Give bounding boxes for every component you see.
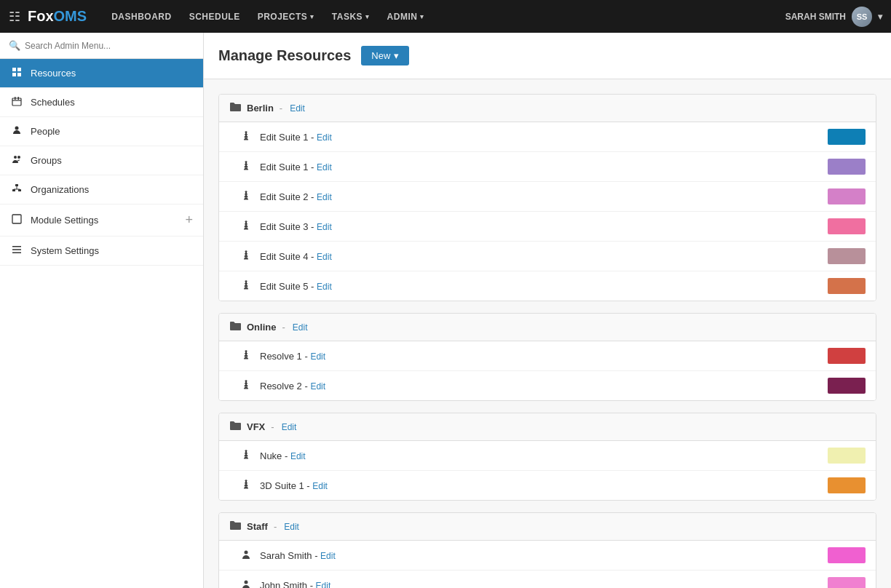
svg-point-91	[245, 580, 248, 584]
svg-rect-62	[244, 358, 248, 359]
svg-rect-20	[244, 139, 248, 140]
resource-item-es3: Edit Suite 3 - Edit	[219, 212, 876, 242]
resource-chess-icon	[241, 191, 254, 203]
resource-group-berlin: Berlin - EditEdit Suite 1 - EditEdit Sui…	[218, 94, 876, 301]
group-edit-link-online[interactable]: Edit	[293, 322, 308, 333]
resource-name: Edit Suite 2 - Edit	[260, 191, 822, 202]
resource-edit-link-nuke[interactable]: Edit	[290, 451, 306, 461]
resource-color-swatch	[828, 188, 866, 204]
svg-rect-6	[18, 97, 20, 100]
person-icon	[241, 549, 254, 562]
hamburger-icon[interactable]: ☷	[9, 9, 20, 25]
group-header-vfx: VFX - Edit	[219, 413, 876, 441]
top-nav: ☷ FoxOMS DASHBOARD SCHEDULE PROJECTS ▾ T…	[0, 0, 891, 33]
svg-point-26	[245, 131, 248, 132]
resource-name: Resolve 1 - Edit	[260, 351, 822, 362]
resource-chess-icon	[241, 380, 254, 392]
resource-edit-link-js[interactable]: Edit	[316, 581, 331, 589]
resource-item-nuke: Nuke - Edit	[219, 441, 876, 471]
resource-edit-link-ss[interactable]: Edit	[320, 551, 336, 561]
folder-icon	[229, 321, 241, 333]
group-name: VFX	[247, 421, 265, 432]
svg-rect-84	[245, 486, 248, 488]
sidebar-item-people[interactable]: People	[0, 117, 203, 146]
resource-color-swatch	[828, 159, 866, 175]
nav-dashboard[interactable]: DASHBOARD	[104, 7, 179, 26]
sidebar-item-groups-label: Groups	[31, 155, 193, 166]
sidebar-item-resources[interactable]: Resources	[0, 59, 203, 88]
schedules-icon	[10, 96, 23, 108]
svg-point-82	[245, 450, 248, 451]
search-input[interactable]	[25, 41, 194, 51]
resource-color-swatch	[828, 378, 866, 394]
group-edit-link-vfx[interactable]: Edit	[282, 422, 297, 432]
svg-rect-70	[245, 386, 248, 388]
group-header-berlin: Berlin - Edit	[219, 95, 876, 122]
page-header: Manage Resources New ▾	[204, 33, 891, 79]
resource-name: Edit Suite 5 - Edit	[260, 281, 822, 292]
resources-icon	[10, 67, 23, 79]
sidebar-item-groups[interactable]: Groups	[0, 146, 203, 175]
avatar-image: SS	[852, 7, 872, 27]
svg-rect-19	[12, 253, 21, 254]
resource-color-swatch	[828, 477, 866, 493]
resource-edit-link-es3[interactable]: Edit	[317, 222, 332, 232]
resource-color-swatch	[828, 547, 866, 563]
svg-rect-44	[245, 224, 247, 227]
svg-rect-1	[17, 68, 21, 71]
nav-projects[interactable]: PROJECTS ▾	[250, 7, 322, 26]
sidebar: 🔍 Resources Schedules People Gro	[0, 33, 204, 588]
resource-name: Edit Suite 3 - Edit	[260, 221, 822, 232]
new-button-label: New	[371, 50, 390, 61]
user-area[interactable]: SARAH SMITH SS ▾	[785, 7, 882, 27]
svg-point-90	[245, 550, 248, 554]
group-header-online: Online - Edit	[219, 314, 876, 341]
sidebar-item-organizations[interactable]: Organizations	[0, 175, 203, 204]
sidebar-item-schedules[interactable]: Schedules	[0, 88, 203, 117]
resource-edit-link-es1b[interactable]: Edit	[317, 162, 332, 172]
svg-rect-30	[245, 164, 247, 167]
svg-point-61	[245, 280, 248, 282]
svg-rect-79	[245, 453, 247, 456]
svg-rect-0	[12, 68, 16, 71]
svg-rect-37	[245, 194, 247, 197]
search-icon: 🔍	[9, 40, 20, 51]
module-settings-icon	[10, 214, 23, 226]
nav-tasks[interactable]: TASKS ▾	[325, 7, 377, 26]
resource-edit-link-es5[interactable]: Edit	[317, 282, 332, 292]
sidebar-item-resources-label: Resources	[31, 68, 193, 79]
sidebar-item-system-settings[interactable]: System Settings	[0, 237, 203, 266]
resource-edit-link-es4[interactable]: Edit	[317, 252, 332, 262]
resource-name: Edit Suite 4 - Edit	[260, 251, 822, 262]
group-edit-link-berlin[interactable]: Edit	[290, 103, 305, 114]
user-caret-icon: ▾	[878, 12, 882, 22]
svg-point-8	[15, 127, 19, 130]
new-button[interactable]: New ▾	[361, 46, 409, 65]
group-edit-link-staff[interactable]: Edit	[284, 522, 299, 532]
svg-rect-83	[244, 488, 248, 489]
svg-rect-58	[245, 284, 247, 287]
nav-admin[interactable]: ADMIN ▾	[380, 7, 432, 26]
sidebar-item-module-settings[interactable]: Module Settings +	[0, 204, 203, 237]
resource-chess-icon	[241, 131, 254, 143]
sidebar-item-system-settings-label: System Settings	[31, 245, 193, 256]
svg-rect-69	[244, 388, 248, 389]
svg-rect-48	[244, 258, 248, 260]
svg-point-68	[245, 350, 248, 351]
organizations-icon	[10, 183, 23, 196]
nav-schedule[interactable]: SCHEDULE	[182, 7, 248, 26]
module-settings-add-icon[interactable]: +	[185, 212, 193, 228]
resource-name: Resolve 2 - Edit	[260, 381, 822, 392]
resource-edit-link-r2[interactable]: Edit	[310, 381, 325, 392]
svg-rect-5	[15, 97, 16, 100]
nav-links: DASHBOARD SCHEDULE PROJECTS ▾ TASKS ▾ AD…	[104, 7, 785, 26]
resource-edit-link-3ds1[interactable]: Edit	[312, 481, 328, 491]
resource-edit-link-r1[interactable]: Edit	[310, 351, 325, 362]
resource-edit-link-es1a[interactable]: Edit	[317, 132, 332, 143]
person-icon	[241, 579, 254, 589]
resource-edit-link-es2[interactable]: Edit	[317, 192, 332, 202]
svg-rect-76	[244, 458, 248, 459]
svg-point-54	[245, 250, 248, 252]
user-name: SARAH SMITH	[785, 12, 846, 22]
svg-rect-72	[245, 384, 247, 386]
